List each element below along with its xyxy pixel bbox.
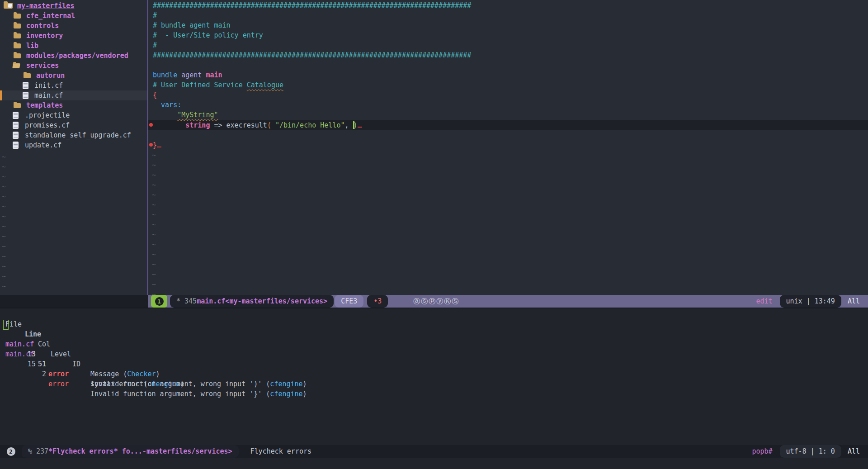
evil-state-indicator: edit <box>756 297 772 305</box>
folder-icon <box>14 53 21 58</box>
code-line-13[interactable]: string => execresult( "/bin/echo Hello",… <box>153 120 362 130</box>
tree-item-label: main.cf <box>34 90 63 100</box>
file-icon <box>23 82 28 89</box>
project-folder-icon <box>4 3 13 9</box>
tree-item-templates[interactable]: templates <box>0 100 147 110</box>
error-level: error <box>48 379 69 389</box>
tree-item-label: .projectile <box>25 110 70 120</box>
evil-state-indicator: popb# <box>752 447 772 455</box>
tree-item-controls[interactable]: controls <box>0 21 147 31</box>
code-line-11[interactable]: vars: <box>153 100 181 110</box>
tree-item-projectile[interactable]: .projectile <box>0 110 147 120</box>
error-level: error <box>48 369 69 379</box>
code-line-12[interactable]: "MyString" <box>153 110 218 120</box>
code-line-3[interactable]: # bundle agent main <box>153 20 231 30</box>
tree-item-modules-packages-vendored[interactable]: modules/packages/vendored <box>0 51 147 61</box>
open-folder-icon <box>12 63 20 68</box>
tree-item-update-cf[interactable]: update.cf <box>0 140 147 150</box>
flycheck-modeline: 2 % 237 *Flycheck errors* fo...-masterfi… <box>0 445 868 458</box>
error-col: 2 <box>36 369 46 379</box>
error-underline <box>358 120 362 128</box>
tree-item-label: cfe_internal <box>26 11 75 21</box>
folder-icon <box>14 33 21 38</box>
tree-item-standalone-self-upgrade-cf[interactable]: standalone_self_upgrade.cf <box>0 130 147 140</box>
flycheck-error-row[interactable]: main.cf 13 51 error syntax error (cfengi… <box>0 319 868 329</box>
tree-item-lib[interactable]: lib <box>0 41 147 51</box>
flycheck-error-fringe-dot <box>149 143 153 147</box>
code-line-6[interactable]: ########################################… <box>153 50 471 60</box>
editor-modeline: 1 * 345 main.cf<my-masterfiles/services>… <box>148 295 868 308</box>
window-number-badge: 2 <box>3 445 19 458</box>
col-header-id[interactable]: ID <box>72 359 80 369</box>
folder-icon <box>14 24 21 28</box>
buffer-position: All <box>848 447 860 455</box>
file-icon <box>23 92 28 99</box>
tree-item-cfe-internal[interactable]: cfe_internal <box>0 11 147 21</box>
tree-item-label: autorun <box>36 71 65 81</box>
tree-item-init-cf[interactable]: init.cf <box>0 81 147 90</box>
col-header-level[interactable]: Level <box>51 349 71 359</box>
major-mode-chip[interactable]: CFE3 <box>335 295 363 308</box>
tree-root-my-masterfiles[interactable]: my-masterfiles <box>0 1 147 11</box>
window-number: 1 <box>155 297 164 306</box>
echo-area: string execresult(string /Fully qualifie… <box>0 458 868 469</box>
window-number: 2 <box>7 447 15 456</box>
file-icon <box>13 122 19 129</box>
tree-item-label: standalone_self_upgrade.cf <box>25 130 131 140</box>
tree-item-label: update.cf <box>25 140 61 150</box>
treemacs-sidebar: my-masterfiles cfe_internal controls inv… <box>0 0 147 295</box>
code-line-15[interactable]: } <box>153 140 161 150</box>
tree-item-label: templates <box>26 100 63 110</box>
error-line: 15 <box>21 359 36 369</box>
flycheck-error-row[interactable]: main.cf 15 2 error Invalid function argu… <box>0 339 868 349</box>
window-number-badge: 1 <box>151 295 167 308</box>
flycheck-errors-window[interactable]: File Line Col Level ID Message (Checker)… <box>0 308 868 445</box>
file-icon <box>13 142 19 149</box>
major-mode-label: CFE3 <box>341 297 357 305</box>
major-mode-label[interactable]: Flycheck errors <box>250 447 311 455</box>
tree-item-inventory[interactable]: inventory <box>0 31 147 41</box>
flycheck-error-row[interactable]: main.cf 13 51 error Invalid function arg… <box>0 329 868 339</box>
minor-mode-icons: ⓐⓢⓟⓨⓀⓈ <box>413 297 459 306</box>
code-line-4[interactable]: # - User/Site policy entry <box>153 30 263 40</box>
tree-item-label: inventory <box>26 31 63 41</box>
buffer-info-chip[interactable]: * 345 main.cf<my-masterfiles/services> <box>170 295 334 308</box>
tree-root-label: my-masterfiles <box>17 1 74 11</box>
code-line-2[interactable]: # <box>153 10 157 20</box>
buffer-info-chip[interactable]: % 237 *Flycheck errors* fo...-masterfile… <box>22 445 239 458</box>
buffer-state: % 237 <box>28 447 48 455</box>
code-line-8[interactable]: bundle agent main <box>153 70 222 80</box>
editor-window[interactable]: ########################################… <box>148 0 868 295</box>
code-line-1[interactable]: ########################################… <box>153 0 471 10</box>
error-message: Invalid function argument, wrong input '… <box>90 379 307 389</box>
tree-item-autorun[interactable]: autorun <box>0 71 147 81</box>
col-header-message[interactable]: Message (Checker) <box>90 369 160 379</box>
flycheck-error-count-chip[interactable]: •3 <box>367 295 388 308</box>
encoding-time-chip: unix | 13:49 <box>780 295 841 308</box>
tree-item-promises-cf[interactable]: promises.cf <box>0 120 147 130</box>
buffer-state: * 345 <box>176 297 197 305</box>
buffer-name: *Flycheck errors* fo...-masterfiles/serv… <box>48 447 232 455</box>
buffer-position: All <box>848 297 860 305</box>
error-message: Invalid function argument, wrong input '… <box>90 389 307 399</box>
tree-item-label: lib <box>26 41 38 51</box>
code-line-10[interactable]: { <box>153 90 157 100</box>
folder-icon <box>14 14 21 19</box>
file-icon <box>13 112 19 119</box>
tree-item-label: modules/packages/vendored <box>26 51 128 61</box>
error-col: 51 <box>36 359 46 369</box>
error-file: main.cf <box>5 349 34 359</box>
empty-line-tildes: ~ ~ ~ ~ ~ ~ ~ ~ ~ ~ ~ ~ ~ ~ ~ <box>152 150 156 299</box>
folder-icon <box>14 43 21 48</box>
file-icon <box>13 132 19 139</box>
error-count: •3 <box>373 297 382 305</box>
error-underline <box>157 140 161 147</box>
tree-item-main-cf-selected[interactable]: main.cf <box>0 90 147 100</box>
empty-line-tildes: ~ ~ ~ ~ ~ ~ ~ ~ ~ ~ ~ ~ ~ ~ ~ <box>2 152 6 301</box>
inactive-window-cursor <box>3 320 9 330</box>
folder-icon <box>14 103 21 108</box>
tree-item-services[interactable]: services <box>0 61 147 71</box>
code-line-9[interactable]: # User Defined Service Catalogue <box>153 80 283 90</box>
treemacs-modeline <box>0 295 148 308</box>
code-line-5[interactable]: # <box>153 40 157 50</box>
